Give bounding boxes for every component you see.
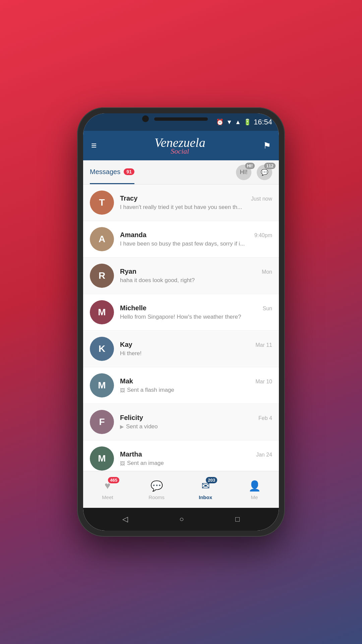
signal-icon: ▲ bbox=[235, 119, 241, 126]
message-list: T Tracy Just now I haven't really tried … bbox=[83, 184, 279, 471]
battery-icon: 🔋 bbox=[244, 118, 251, 126]
flag-icon[interactable]: ⚑ bbox=[263, 141, 271, 151]
nav-meet[interactable]: ♥ 465 Meet bbox=[99, 479, 116, 500]
msg-preview: ▶Sent a video bbox=[120, 423, 272, 430]
tabs-bar: Messages 91 HI! HI! 💬 112 bbox=[83, 160, 279, 184]
nav-rooms[interactable]: 💬 Rooms bbox=[148, 479, 165, 500]
msg-name: Felicity bbox=[120, 414, 143, 422]
tab-messages[interactable]: Messages 91 bbox=[90, 160, 134, 184]
msg-preview: I have been so busy the past few days, s… bbox=[120, 240, 272, 247]
msg-content: Amanda 9:40pm I have been so busy the pa… bbox=[120, 231, 272, 247]
avatar: K bbox=[90, 337, 114, 361]
msg-name: Mak bbox=[120, 377, 133, 385]
msg-time: 9:40pm bbox=[254, 232, 272, 238]
tab-icons: HI! HI! 💬 112 bbox=[236, 165, 272, 180]
message-item[interactable]: M Martha Jan 24 🖼Sent an image bbox=[83, 440, 279, 471]
msg-time: Sun bbox=[263, 306, 272, 312]
status-time: 16:54 bbox=[254, 118, 272, 126]
avatar: A bbox=[90, 227, 114, 251]
phone-frame: ⏰ ▼ ▲ 🔋 16:54 ≡ Venezuela Social ⚑ Messa… bbox=[77, 107, 285, 537]
wifi-icon: ▼ bbox=[226, 119, 232, 126]
chat-icon-btn[interactable]: 💬 112 bbox=[257, 165, 272, 180]
video-icon: ▶ bbox=[120, 424, 124, 430]
home-button[interactable]: ○ bbox=[179, 515, 184, 524]
msg-top: Amanda 9:40pm bbox=[120, 231, 272, 239]
msg-name: Michelle bbox=[120, 304, 146, 312]
message-item[interactable]: M Michelle Sun Hello from Singapore! How… bbox=[83, 294, 279, 331]
msg-content: Ryan Mon haha it does look good, right? bbox=[120, 268, 272, 284]
nav-inbox[interactable]: ✉ 203 Inbox bbox=[197, 479, 214, 500]
bottom-nav: ♥ 465 Meet 💬 Rooms ✉ 203 Inbox bbox=[83, 471, 279, 508]
msg-name: Martha bbox=[120, 450, 142, 458]
hamburger-icon[interactable]: ≡ bbox=[91, 140, 97, 151]
msg-name: Kay bbox=[120, 341, 132, 348]
avatar: M bbox=[90, 446, 114, 471]
me-icon-wrap: 👤 bbox=[246, 479, 263, 492]
msg-content: Tracy Just now I haven't really tried it… bbox=[120, 195, 272, 211]
tab-messages-label: Messages bbox=[90, 168, 120, 176]
msg-preview: Hello from Singapore! How's the weather … bbox=[120, 314, 272, 320]
msg-top: Felicity Feb 4 bbox=[120, 414, 272, 422]
msg-content: Kay Mar 11 Hi there! bbox=[120, 341, 272, 357]
rooms-icon-wrap: 💬 bbox=[148, 479, 165, 492]
msg-time: Mar 11 bbox=[255, 342, 272, 348]
chat-badge: 112 bbox=[264, 163, 276, 169]
app-header: ≡ Venezuela Social ⚑ bbox=[83, 131, 279, 160]
alarm-icon: ⏰ bbox=[216, 118, 224, 126]
image-icon: 🖼 bbox=[120, 387, 125, 393]
phone-screen: ⏰ ▼ ▲ 🔋 16:54 ≡ Venezuela Social ⚑ Messa… bbox=[83, 113, 279, 531]
hi-badge: HI! bbox=[245, 163, 255, 169]
status-bar: ⏰ ▼ ▲ 🔋 16:54 bbox=[83, 113, 279, 131]
message-item[interactable]: R Ryan Mon haha it does look good, right… bbox=[83, 258, 279, 294]
back-button[interactable]: ◁ bbox=[122, 515, 128, 524]
message-item[interactable]: K Kay Mar 11 Hi there! bbox=[83, 331, 279, 367]
me-icon: 👤 bbox=[248, 480, 261, 492]
avatar: F bbox=[90, 410, 114, 434]
message-item[interactable]: F Felicity Feb 4 ▶Sent a video bbox=[83, 404, 279, 440]
avatar: R bbox=[90, 264, 114, 288]
msg-time: Feb 4 bbox=[258, 415, 272, 421]
msg-preview: I haven't really tried it yet but have y… bbox=[120, 204, 272, 211]
status-icons: ⏰ ▼ ▲ 🔋 16:54 bbox=[216, 118, 272, 126]
avatar: T bbox=[90, 191, 114, 215]
msg-time: Mon bbox=[262, 269, 272, 275]
message-item[interactable]: T Tracy Just now I haven't really tried … bbox=[83, 184, 279, 221]
msg-preview: 🖼Sent a flash image bbox=[120, 387, 272, 393]
msg-content: Felicity Feb 4 ▶Sent a video bbox=[120, 414, 272, 430]
meet-label: Meet bbox=[102, 494, 113, 500]
msg-top: Martha Jan 24 bbox=[120, 450, 272, 458]
msg-name: Tracy bbox=[120, 195, 137, 202]
chat-icon: 💬 bbox=[261, 169, 268, 176]
avatar: M bbox=[90, 300, 114, 324]
hi-icon: HI! bbox=[240, 169, 247, 176]
msg-top: Kay Mar 11 bbox=[120, 341, 272, 348]
image-icon: 🖼 bbox=[120, 461, 125, 466]
msg-content: Michelle Sun Hello from Singapore! How's… bbox=[120, 304, 272, 320]
msg-top: Tracy Just now bbox=[120, 195, 272, 202]
msg-preview: Hi there! bbox=[120, 350, 272, 357]
avatar: M bbox=[90, 373, 114, 397]
msg-time: Just now bbox=[251, 196, 272, 202]
meet-icon-wrap: ♥ 465 bbox=[99, 479, 116, 492]
rooms-label: Rooms bbox=[148, 494, 165, 500]
msg-name: Amanda bbox=[120, 231, 146, 239]
recents-button[interactable]: □ bbox=[235, 515, 240, 524]
msg-top: Mak Mar 10 bbox=[120, 377, 272, 385]
message-item[interactable]: M Mak Mar 10 🖼Sent a flash image bbox=[83, 367, 279, 404]
msg-top: Michelle Sun bbox=[120, 304, 272, 312]
hi-icon-btn[interactable]: HI! HI! bbox=[236, 165, 251, 180]
inbox-icon-wrap: ✉ 203 bbox=[197, 479, 214, 492]
meet-badge: 465 bbox=[108, 477, 119, 483]
msg-time: Jan 24 bbox=[256, 452, 272, 458]
android-nav: ◁ ○ □ bbox=[83, 508, 279, 531]
msg-name: Ryan bbox=[120, 268, 136, 275]
msg-preview: 🖼Sent an image bbox=[120, 460, 272, 467]
nav-me[interactable]: 👤 Me bbox=[246, 479, 263, 500]
app-title: Venezuela Social bbox=[155, 136, 205, 155]
msg-time: Mar 10 bbox=[255, 379, 272, 385]
msg-content: Mak Mar 10 🖼Sent a flash image bbox=[120, 377, 272, 393]
me-label: Me bbox=[251, 494, 258, 500]
msg-preview: haha it does look good, right? bbox=[120, 277, 272, 284]
inbox-label: Inbox bbox=[199, 494, 212, 500]
message-item[interactable]: A Amanda 9:40pm I have been so busy the … bbox=[83, 221, 279, 258]
